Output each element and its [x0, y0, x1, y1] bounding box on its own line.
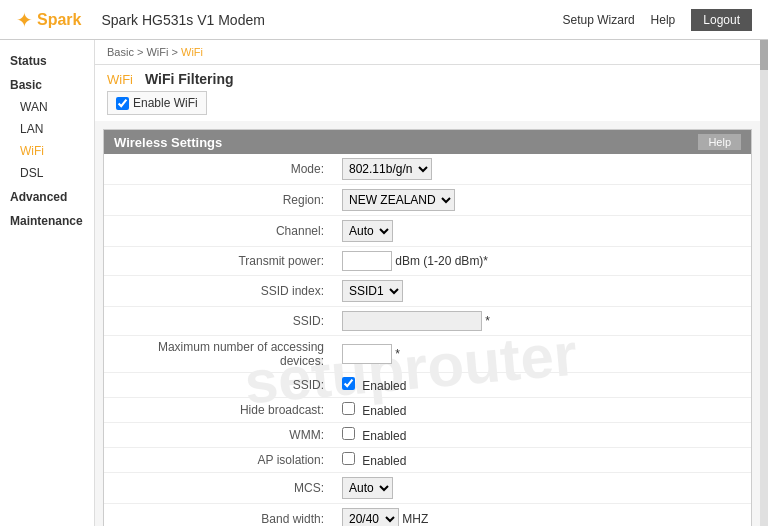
mode-value: 802.11b/g/n — [334, 154, 751, 185]
layout: Status Basic WAN LAN WiFi DSL Advanced M… — [0, 40, 768, 526]
setup-wizard-link[interactable]: Setup Wizard — [563, 13, 635, 27]
scrollbar[interactable] — [760, 40, 768, 526]
breadcrumb-sep2: > — [172, 46, 181, 58]
bandwidth-label: Band width: — [104, 504, 334, 527]
sidebar: Status Basic WAN LAN WiFi DSL Advanced M… — [0, 40, 95, 526]
ap-isolation-value: Enabled — [334, 448, 751, 473]
wireless-settings-help-button[interactable]: Help — [698, 134, 741, 150]
ap-isolation-label: AP isolation: — [104, 448, 334, 473]
transmit-power-value: 20 dBm (1-20 dBm)* — [334, 247, 751, 276]
transmit-power-input[interactable]: 20 — [342, 251, 392, 271]
logo-flame-icon: ✦ — [16, 8, 33, 32]
region-value: NEW ZEALAND — [334, 185, 751, 216]
sidebar-item-wan[interactable]: WAN — [0, 96, 94, 118]
table-row: Transmit power: 20 dBm (1-20 dBm)* — [104, 247, 751, 276]
max-devices-value: 16 * — [334, 336, 751, 373]
channel-label: Channel: — [104, 216, 334, 247]
page-nav-wifi[interactable]: WiFi — [107, 72, 133, 87]
table-row: WMM: Enabled — [104, 423, 751, 448]
bandwidth-unit: MHZ — [402, 512, 428, 526]
wmm-label: WMM: — [104, 423, 334, 448]
breadcrumb: Basic > WiFi > WiFi — [95, 40, 760, 65]
region-select[interactable]: NEW ZEALAND — [342, 189, 455, 211]
ssid-value: * — [334, 307, 751, 336]
mcs-value: Auto — [334, 473, 751, 504]
ssid-index-label: SSID index: — [104, 276, 334, 307]
page-header: WiFi WiFi Filtering — [95, 65, 760, 87]
main-content: Basic > WiFi > WiFi WiFi WiFi Filtering … — [95, 40, 760, 526]
transmit-power-label: Transmit power: — [104, 247, 334, 276]
table-row: Region: NEW ZEALAND — [104, 185, 751, 216]
table-row: SSID: * — [104, 307, 751, 336]
breadcrumb-wifi1[interactable]: WiFi — [146, 46, 168, 58]
table-row: Maximum number of accessing devices: 16 … — [104, 336, 751, 373]
header-left: ✦ Spark Spark HG531s V1 Modem — [16, 8, 265, 32]
ssid-enabled-label: SSID: — [104, 373, 334, 398]
channel-select[interactable]: Auto — [342, 220, 393, 242]
table-row: SSID: Enabled — [104, 373, 751, 398]
hide-broadcast-label: Hide broadcast: — [104, 398, 334, 423]
mcs-label: MCS: — [104, 473, 334, 504]
breadcrumb-wifi2: WiFi — [181, 46, 203, 58]
sidebar-item-lan[interactable]: LAN — [0, 118, 94, 140]
logout-button[interactable]: Logout — [691, 9, 752, 31]
settings-table: Mode: 802.11b/g/n Region: NEW ZEALAND — [104, 154, 751, 526]
ssid-label: SSID: — [104, 307, 334, 336]
sidebar-item-wifi[interactable]: WiFi — [0, 140, 94, 162]
header-right: Setup Wizard Help Logout — [563, 9, 752, 31]
hide-broadcast-checkbox[interactable] — [342, 402, 355, 415]
table-row: Channel: Auto — [104, 216, 751, 247]
logo-text: Spark — [37, 11, 81, 29]
table-row: SSID index: SSID1 — [104, 276, 751, 307]
ssid-input[interactable] — [342, 311, 482, 331]
hide-broadcast-value: Enabled — [334, 398, 751, 423]
transmit-power-unit: dBm (1-20 dBm)* — [395, 254, 488, 268]
ap-isolation-text: Enabled — [362, 454, 406, 468]
logo: ✦ Spark — [16, 8, 81, 32]
breadcrumb-basic[interactable]: Basic — [107, 46, 134, 58]
sidebar-item-dsl[interactable]: DSL — [0, 162, 94, 184]
hide-broadcast-text: Enabled — [362, 404, 406, 418]
wireless-settings-title: Wireless Settings — [114, 135, 222, 150]
max-devices-input[interactable]: 16 — [342, 344, 392, 364]
wireless-settings: Wireless Settings Help setuprouter Mode:… — [103, 129, 752, 526]
ap-isolation-checkbox[interactable] — [342, 452, 355, 465]
basic-section: Basic — [0, 72, 94, 96]
table-row: Hide broadcast: Enabled — [104, 398, 751, 423]
ssid-enabled-checkbox[interactable] — [342, 377, 355, 390]
table-row: Band width: 20/40 MHZ — [104, 504, 751, 527]
ssid-index-select[interactable]: SSID1 — [342, 280, 403, 302]
ssid-enabled-text: Enabled — [362, 379, 406, 393]
table-row: Mode: 802.11b/g/n — [104, 154, 751, 185]
mode-select[interactable]: 802.11b/g/n — [342, 158, 432, 180]
help-link[interactable]: Help — [651, 13, 676, 27]
wireless-settings-header: Wireless Settings Help — [104, 130, 751, 154]
enable-wifi-bar: Enable WiFi — [95, 87, 760, 121]
channel-value: Auto — [334, 216, 751, 247]
maintenance-section: Maintenance — [0, 208, 94, 232]
mode-label: Mode: — [104, 154, 334, 185]
wmm-checkbox[interactable] — [342, 427, 355, 440]
max-devices-label: Maximum number of accessing devices: — [104, 336, 334, 373]
bandwidth-select[interactable]: 20/40 — [342, 508, 399, 526]
advanced-section: Advanced — [0, 184, 94, 208]
ssid-enabled-value: Enabled — [334, 373, 751, 398]
ssid-index-value: SSID1 — [334, 276, 751, 307]
enable-wifi-text: Enable WiFi — [133, 96, 198, 110]
ssid-star: * — [485, 314, 490, 328]
wmm-value: Enabled — [334, 423, 751, 448]
device-title: Spark HG531s V1 Modem — [101, 12, 264, 28]
page-title: WiFi Filtering — [145, 71, 234, 87]
table-row: MCS: Auto — [104, 473, 751, 504]
mcs-select[interactable]: Auto — [342, 477, 393, 499]
region-label: Region: — [104, 185, 334, 216]
enable-wifi-checkbox[interactable] — [116, 97, 129, 110]
enable-wifi-label: Enable WiFi — [107, 91, 207, 115]
wireless-settings-content: setuprouter Mode: 802.11b/g/n Region: — [104, 154, 751, 526]
status-section: Status — [0, 48, 94, 72]
header: ✦ Spark Spark HG531s V1 Modem Setup Wiza… — [0, 0, 768, 40]
max-devices-star: * — [395, 347, 400, 361]
wmm-text: Enabled — [362, 429, 406, 443]
table-row: AP isolation: Enabled — [104, 448, 751, 473]
bandwidth-value: 20/40 MHZ — [334, 504, 751, 527]
